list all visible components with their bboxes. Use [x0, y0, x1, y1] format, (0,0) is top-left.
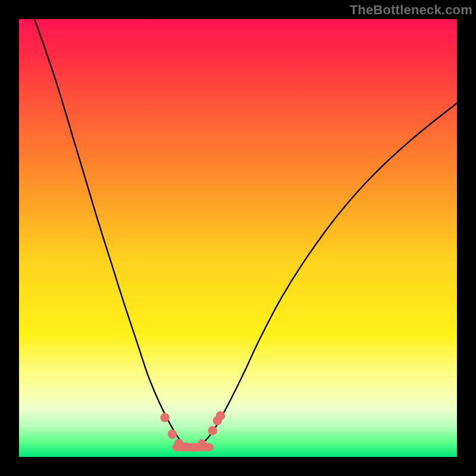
curve-marker — [190, 443, 199, 452]
gradient-background — [19, 19, 457, 457]
curve-marker — [198, 439, 206, 448]
watermark-label: TheBottleneck.com — [350, 2, 472, 18]
curve-marker — [216, 411, 225, 420]
curve-marker — [181, 442, 190, 451]
bottleneck-chart — [19, 19, 457, 457]
curve-marker — [168, 430, 177, 439]
curve-marker — [208, 426, 217, 435]
curve-marker — [160, 413, 169, 422]
